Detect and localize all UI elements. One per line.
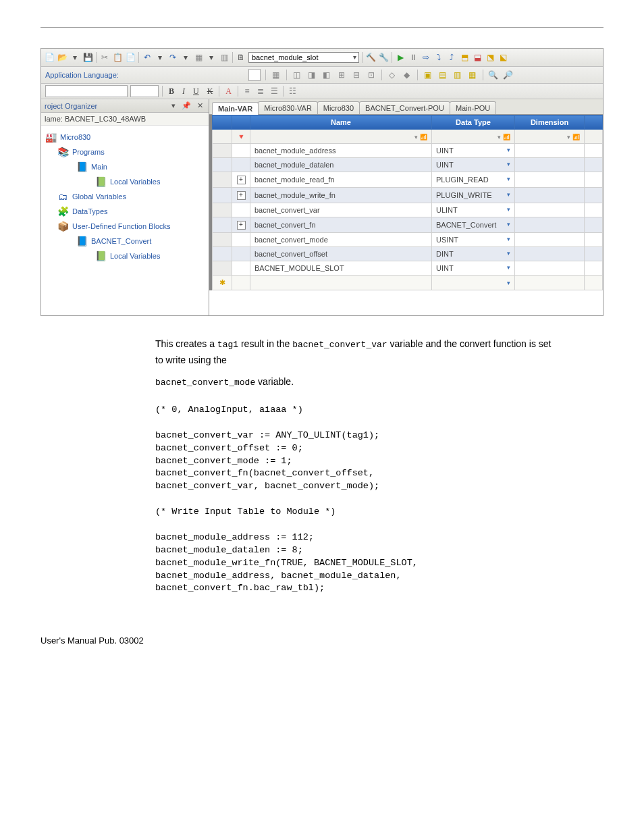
table-row[interactable]: bacnet_convert_modeUSINT▾ bbox=[213, 233, 603, 247]
cell-dimension[interactable] bbox=[515, 144, 585, 158]
table-row[interactable]: BACNET_MODULE_SLOTUINT▾ bbox=[213, 261, 603, 276]
table-row[interactable]: +bacnet_module_write_fnPLUGIN_WRITE▾ bbox=[213, 188, 603, 203]
tree-node[interactable]: 📗Local Variables bbox=[44, 174, 206, 189]
editor-tab[interactable]: Main-POU bbox=[450, 101, 496, 114]
tool-icon[interactable]: 🔧 bbox=[378, 52, 389, 63]
zoom-out-icon[interactable]: 🔎 bbox=[503, 70, 514, 80]
al-icon8[interactable]: ◆ bbox=[402, 70, 412, 80]
grid-icon[interactable]: ▦ bbox=[271, 70, 281, 80]
expand-icon[interactable]: + bbox=[237, 176, 246, 184]
cell-type[interactable]: BACNET_Convert▾ bbox=[432, 217, 515, 233]
al-icon4[interactable]: ⊞ bbox=[336, 70, 347, 80]
italic-button[interactable]: I bbox=[180, 86, 188, 97]
table-row[interactable]: +bacnet_convert_fnBACNET_Convert▾ bbox=[213, 217, 603, 233]
open-icon[interactable]: 📂 bbox=[57, 52, 68, 63]
cell-name[interactable]: bacnet_convert_var bbox=[250, 203, 432, 217]
copy-icon[interactable]: 📋 bbox=[112, 52, 123, 63]
misc4-icon[interactable]: ⬕ bbox=[498, 52, 508, 63]
step-into-icon[interactable]: ⤵ bbox=[433, 52, 444, 63]
cell-type[interactable]: UINT▾ bbox=[432, 158, 515, 172]
strike-button[interactable]: K bbox=[205, 86, 216, 97]
tree-node[interactable]: 🗂Global Variables bbox=[44, 189, 206, 204]
save-dropdown-icon[interactable]: ▾ bbox=[70, 52, 80, 63]
new-icon[interactable]: 📄 bbox=[44, 52, 55, 63]
cell-type[interactable]: UINT▾ bbox=[432, 261, 515, 276]
toolbox1-dd-icon[interactable]: ▾ bbox=[206, 52, 217, 63]
cell-dimension[interactable] bbox=[515, 261, 585, 276]
cell-name[interactable]: bacnet_module_address bbox=[250, 144, 432, 158]
next-icon[interactable]: ⇨ bbox=[421, 52, 431, 63]
font-dropdown[interactable] bbox=[45, 85, 128, 97]
col-name[interactable]: Name bbox=[250, 115, 432, 130]
group1-icon[interactable]: ▣ bbox=[423, 70, 433, 80]
table-row[interactable]: bacnet_convert_varULINT▾ bbox=[213, 203, 603, 217]
tree-node[interactable]: 📦User-Defined Function Blocks bbox=[44, 219, 206, 234]
underline-button[interactable]: U bbox=[190, 86, 202, 97]
undo-icon[interactable]: ↶ bbox=[142, 52, 153, 63]
cell-type[interactable]: ULINT▾ bbox=[432, 203, 515, 217]
cell-name[interactable]: bacnet_module_read_fn bbox=[250, 172, 432, 188]
cut-icon[interactable]: ✂ bbox=[99, 52, 110, 63]
cell-dimension[interactable] bbox=[515, 247, 585, 261]
misc3-icon[interactable]: ⬔ bbox=[485, 52, 495, 63]
table-row[interactable]: bacnet_convert_offsetDINT▾ bbox=[213, 247, 603, 261]
table-row[interactable]: +bacnet_module_read_fnPLUGIN_READ▾ bbox=[213, 172, 603, 188]
toolbox1-icon[interactable]: ▦ bbox=[193, 52, 204, 63]
col-datatype[interactable]: Data Type bbox=[432, 115, 515, 130]
expand-icon[interactable]: + bbox=[237, 191, 246, 200]
cell-type[interactable]: PLUGIN_READ▾ bbox=[432, 172, 515, 188]
al-icon1[interactable]: ◫ bbox=[292, 70, 302, 80]
cell-type[interactable]: DINT▾ bbox=[432, 247, 515, 261]
variable-table[interactable]: Name Data Type Dimension 🔻 ▾ 📶 ▾ 📶 bbox=[212, 115, 603, 290]
misc2-icon[interactable]: ⬓ bbox=[472, 52, 483, 63]
font-color-button[interactable]: A bbox=[223, 86, 234, 97]
cell-dimension[interactable] bbox=[515, 188, 585, 203]
sidebar-controls[interactable]: ▾ 📌 ✕ bbox=[171, 101, 205, 110]
cell-name[interactable]: bacnet_module_datalen bbox=[250, 158, 432, 172]
col-dimension[interactable]: Dimension bbox=[515, 115, 585, 130]
group2-icon[interactable]: ▤ bbox=[437, 70, 448, 80]
step-over-icon[interactable]: ⤴ bbox=[446, 52, 457, 63]
cell-name[interactable]: bacnet_module_write_fn bbox=[250, 188, 432, 203]
tree-node[interactable]: 📘Main bbox=[44, 159, 206, 174]
align-right-icon[interactable]: ☰ bbox=[269, 86, 279, 97]
al-icon2[interactable]: ◨ bbox=[306, 70, 317, 80]
misc1-icon[interactable]: ⬒ bbox=[459, 52, 470, 63]
editor-tab[interactable]: Micro830-VAR bbox=[258, 101, 318, 114]
size-dropdown[interactable] bbox=[130, 85, 159, 97]
editor-tab[interactable]: Micro830 bbox=[317, 101, 360, 114]
al-icon7[interactable]: ◇ bbox=[387, 70, 398, 80]
tree-node[interactable]: 📘BACNET_Convert bbox=[44, 234, 206, 249]
report-icon[interactable]: 🗎 bbox=[236, 52, 246, 63]
group4-icon[interactable]: ▦ bbox=[467, 70, 478, 80]
redo-icon[interactable]: ↷ bbox=[167, 52, 178, 63]
table-row[interactable]: bacnet_module_addressUINT▾ bbox=[213, 144, 603, 158]
filter-icon[interactable]: 🔻 bbox=[237, 133, 245, 140]
cell-dimension[interactable] bbox=[515, 203, 585, 217]
target-combo[interactable]: bacnet_module_slot bbox=[248, 52, 359, 63]
pause-icon[interactable]: ⏸ bbox=[408, 52, 419, 63]
editor-tab[interactable]: BACNET_Convert-POU bbox=[359, 101, 450, 114]
paste-icon[interactable]: 📄 bbox=[125, 52, 136, 63]
project-tree[interactable]: 🏭Micro830📚Programs📘Main📗Local Variables🗂… bbox=[41, 126, 209, 267]
cell-name[interactable]: bacnet_convert_offset bbox=[250, 247, 432, 261]
al-icon5[interactable]: ⊟ bbox=[351, 70, 362, 80]
cell-dimension[interactable] bbox=[515, 158, 585, 172]
cell-type[interactable]: UINT▾ bbox=[432, 144, 515, 158]
cell-dimension[interactable] bbox=[515, 217, 585, 233]
cell-dimension[interactable] bbox=[515, 172, 585, 188]
cell-name[interactable]: bacnet_convert_fn bbox=[250, 217, 432, 233]
cell-name[interactable]: bacnet_convert_mode bbox=[250, 233, 432, 247]
list-icon[interactable]: ☷ bbox=[287, 86, 298, 97]
undo-dropdown-icon[interactable]: ▾ bbox=[155, 52, 165, 63]
cell-type[interactable]: PLUGIN_WRITE▾ bbox=[432, 188, 515, 203]
run-icon[interactable]: ▶ bbox=[395, 52, 406, 63]
expand-icon[interactable]: + bbox=[237, 221, 246, 230]
align-center-icon[interactable]: ≣ bbox=[255, 86, 266, 97]
tree-node[interactable]: 📗Local Variables bbox=[44, 249, 206, 263]
zoom-in-icon[interactable]: 🔍 bbox=[488, 70, 499, 80]
save-icon[interactable]: 💾 bbox=[82, 52, 93, 63]
tree-node[interactable]: 📚Programs bbox=[44, 145, 206, 159]
cell-dimension[interactable] bbox=[515, 233, 585, 247]
toolbox2-icon[interactable]: ▥ bbox=[219, 52, 230, 63]
